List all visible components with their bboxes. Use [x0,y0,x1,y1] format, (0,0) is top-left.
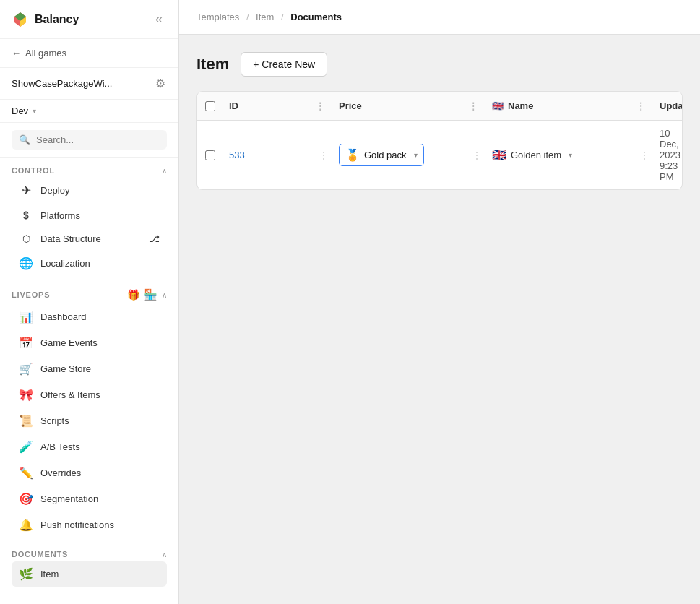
item-doc-icon: 🌿 [19,567,33,581]
row-price-drag-cell: ⋮ [463,142,486,168]
env-label: Dev ▾ [12,105,36,116]
control-nav-item-data-structure[interactable]: ⬡ Data Structure ⎇ [12,228,167,250]
localization-icon: 🌐 [19,256,33,270]
data-structure-label: Data Structure [40,233,101,244]
th-price-label: Price [339,100,362,111]
liveops-nav-item-scripts[interactable]: 📜 Scripts [12,408,167,433]
project-name: ShowCasePackageWi... [12,78,112,89]
name-selector[interactable]: 🇬🇧 Golden item ▾ [492,148,572,162]
project-settings-button[interactable]: ⚙ [154,75,167,92]
price-name: Gold pack [364,150,407,160]
localization-label: Localization [40,258,90,269]
breadcrumb: Templates / Item / Documents [196,12,342,22]
chevron-down-icon: ▾ [33,107,36,115]
environment-selector[interactable]: Dev ▾ [0,100,178,123]
control-section-header: CONTROL ∧ [12,166,167,175]
liveops-chevron-icon: ∧ [162,291,167,299]
back-to-games-link[interactable]: ← All games [0,39,178,68]
game-events-icon: 📅 [19,336,33,350]
th-price-drag: ⋮ [463,92,486,120]
name-dropdown-icon[interactable]: ▾ [569,151,572,159]
scripts-label: Scripts [40,415,69,426]
control-chevron-icon: ∧ [162,167,167,175]
page-header: Item + Create New [196,52,683,77]
documents-chevron-icon: ∧ [162,551,167,558]
th-name-drag: ⋮ [631,92,654,120]
liveops-section-header: LIVEOPS 🎁 🏪 ∧ [12,288,167,301]
search-icon: 🔍 [19,134,30,145]
create-new-button[interactable]: + Create New [241,52,327,77]
gift-icon[interactable]: 🎁 [127,289,139,301]
game-store-label: Game Store [40,363,91,374]
id-drag-icon[interactable]: ⋮ [316,101,324,111]
data-table: ID ⋮ Price ⋮ 🇬🇧 Name ⋮ [196,91,683,190]
th-updated: Updated [654,92,683,120]
liveops-nav-item-dashboard[interactable]: 📊 Dashboard [12,304,167,329]
sidebar-search-container: 🔍 [0,123,178,158]
ab-tests-label: A/B Tests [40,441,80,452]
row-checkbox[interactable] [205,150,215,160]
documents-nav-item-item[interactable]: 🌿 Item [12,561,167,587]
top-bar: Templates / Item / Documents [179,0,700,35]
deploy-label: Deploy [40,185,69,196]
control-section-title: CONTROL [12,166,55,175]
liveops-nav-item-ab-tests[interactable]: 🧪 A/B Tests [12,434,167,460]
table-row: 533 ⋮ 🏅 Gold pack ▾ ⋮ 🇬🇧 [197,121,682,189]
th-id-drag: ⋮ [310,92,333,120]
liveops-nav-item-overrides[interactable]: ✏️ Overrides [12,460,167,486]
flag-icon: 🇬🇧 [492,100,504,111]
item-doc-label: Item [40,569,59,579]
th-checkbox [197,92,223,120]
control-nav-item-deploy[interactable]: ✈ Deploy [12,178,167,203]
name-drag-icon[interactable]: ⋮ [636,101,645,111]
liveops-nav-item-game-events[interactable]: 📅 Game Events [12,330,167,355]
row-name-cell[interactable]: 🇬🇧 Golden item ▾ [486,141,631,169]
collapse-sidebar-button[interactable]: « [151,10,167,28]
dashboard-icon: 📊 [19,310,33,324]
price-icon: 🏅 [345,148,360,162]
breadcrumb-templates[interactable]: Templates [196,12,239,22]
row-checkbox-cell [197,143,223,168]
liveops-nav-item-push-notifications[interactable]: 🔔 Push notifications [12,512,167,538]
row-id-drag-icon[interactable]: ⋮ [316,150,332,161]
select-all-checkbox[interactable] [205,101,215,111]
deploy-icon: ✈ [19,184,33,197]
breadcrumb-sep-1: / [246,12,251,22]
page-title: Item [196,55,229,74]
price-dropdown-icon[interactable]: ▾ [414,151,418,159]
control-nav-item-localization[interactable]: 🌐 Localization [12,251,167,276]
liveops-nav-item-offers-items[interactable]: 🎀 Offers & Items [12,382,167,407]
documents-section-title: DOCUMENTS [12,550,68,558]
row-name: Golden item [511,150,561,160]
th-id: ID [223,92,310,120]
sidebar-header: Balancy « [0,0,178,39]
game-events-label: Game Events [40,337,98,348]
breadcrumb-item[interactable]: Item [256,12,274,22]
breadcrumb-documents: Documents [290,12,342,22]
app-logo: Balancy [12,11,79,28]
row-price-cell[interactable]: 🏅 Gold pack ▾ [333,137,463,173]
price-drag-icon[interactable]: ⋮ [469,101,478,111]
row-updated-cell: 10 Dec, 2023 9:23 PM [654,121,683,189]
row-price-drag-icon[interactable]: ⋮ [469,150,485,161]
name-flag-icon: 🇬🇧 [492,148,506,162]
search-input[interactable] [36,134,160,145]
project-selector: ShowCasePackageWi... ⚙ [0,68,178,100]
store-icon[interactable]: 🏪 [144,288,157,301]
dashboard-label: Dashboard [40,311,87,322]
main-content: Templates / Item / Documents Item + Crea… [179,0,700,604]
price-selector[interactable]: 🏅 Gold pack ▾ [339,144,424,166]
data-structure-icon: ⬡ [19,233,33,244]
search-input-wrap: 🔍 [12,130,167,150]
scripts-icon: 📜 [19,414,33,428]
push-notifications-label: Push notifications [40,519,114,530]
liveops-nav-item-segmentation[interactable]: 🎯 Segmentation [12,486,167,512]
row-id-drag-cell: ⋮ [310,142,333,168]
liveops-nav-item-game-store[interactable]: 🛒 Game Store [12,356,167,381]
liveops-section-actions: 🎁 🏪 ∧ [127,288,167,301]
row-name-drag-icon[interactable]: ⋮ [636,150,652,161]
control-nav-item-platforms[interactable]: $ Platforms [12,204,167,227]
row-id-cell[interactable]: 533 [223,142,310,168]
breadcrumb-sep-2: / [281,12,286,22]
liveops-section-title: LIVEOPS [12,290,50,299]
